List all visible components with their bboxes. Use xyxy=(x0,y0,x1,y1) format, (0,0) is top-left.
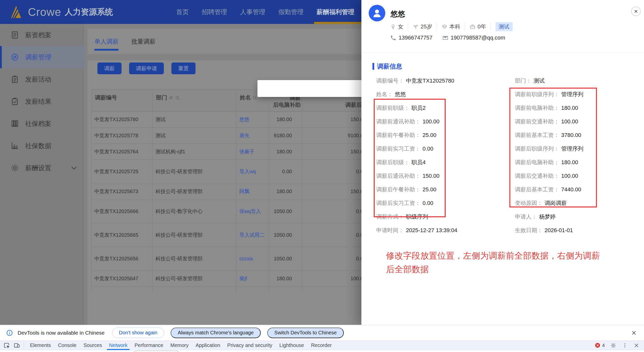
field-value: 2025-12-27 13:39:04 xyxy=(406,227,457,234)
devtools-tab-label: Performance xyxy=(135,342,164,348)
field-label: 调薪前交通补助： xyxy=(515,118,559,125)
table-row: 中竞发TX12025647科技公司-研发管理部柴jf180.00100.00 xyxy=(91,271,385,287)
table-cell: 中竞发TX12025604 xyxy=(91,287,153,292)
employee-link[interactable]: 导入wq xyxy=(236,160,269,184)
device-toolbar-icon[interactable] xyxy=(14,342,20,349)
field-label: 调薪编号： xyxy=(376,77,404,85)
sidebar-item[interactable]: 发薪结果 xyxy=(0,90,84,113)
devtools-tab[interactable]: Performance xyxy=(131,341,167,350)
table-row: 中竞发TX12025778测试唐先9180.009100.00 xyxy=(91,128,385,144)
kebab-menu-icon[interactable] xyxy=(622,342,628,348)
devtools-tab[interactable]: Console xyxy=(54,341,80,350)
search-icon[interactable] xyxy=(175,95,180,100)
nav-item-label: 招聘管理 xyxy=(202,8,227,16)
button-label: 调薪申请 xyxy=(136,65,157,72)
table-cell: 0.00 xyxy=(269,160,302,184)
devtools-tab[interactable]: Privacy and security xyxy=(224,341,276,350)
table-row: 中竞发TX12025673科技公司-研发管理部阿飘180.00150.00 xyxy=(91,184,385,200)
field-value: 25.00 xyxy=(423,186,436,193)
field-row: 调薪后午餐补助： 25.00 xyxy=(376,183,457,196)
infobar-message: DevTools is now available in Chinese xyxy=(18,330,105,336)
settings-gear-icon[interactable] xyxy=(610,342,616,348)
meta-text: 女 xyxy=(398,23,403,30)
sidebar-item[interactable]: 发薪活动 xyxy=(0,68,84,90)
employee-link[interactable]: 柴jf xyxy=(236,271,269,287)
field-row: 申请人： 杨梦婷 xyxy=(515,210,583,224)
sidebar-item[interactable]: 社保档案 xyxy=(0,113,84,135)
field-row: 调薪后基本工资： 7440.00 xyxy=(515,183,583,196)
sidebar-item[interactable]: 社保数据 xyxy=(0,135,84,157)
employee-link[interactable]: 导入试用二 xyxy=(236,223,269,247)
employee-link[interactable]: 张wq导入 xyxy=(236,200,269,223)
table-cell: 中竞发TX12025725 xyxy=(91,160,153,184)
devtools-tab[interactable]: Elements xyxy=(26,341,54,350)
field-row: 调薪前实习工资： 0.00 xyxy=(376,142,457,156)
section-title: 调薪信息 xyxy=(377,62,402,71)
table-cell: 科技公司-研发管理部 xyxy=(153,223,236,247)
payroll-result-icon xyxy=(11,97,19,106)
tab[interactable]: 单人调薪 xyxy=(94,29,119,54)
devtools-tab[interactable]: Memory xyxy=(167,341,192,350)
inspect-element-icon[interactable] xyxy=(4,342,10,349)
salary-adjust-icon xyxy=(11,53,19,61)
employee-link[interactable]: 阿飘 xyxy=(236,184,269,200)
table-cell: 中竞发TX12025656 xyxy=(91,247,153,271)
field-value: 100.00 xyxy=(561,118,578,125)
nav-item-label: 人事管理 xyxy=(240,8,265,16)
devtools-tab[interactable]: Application xyxy=(192,341,224,350)
infobar-button[interactable]: Switch DevTools to Chinese xyxy=(267,328,344,338)
devtools-tab[interactable]: Recorder xyxy=(308,341,335,350)
table-row: 中竞发TX12025604科技公司-研发管理部小梨180.00100.00 xyxy=(91,287,385,292)
button-label: 重置 xyxy=(178,65,189,72)
search-icon[interactable] xyxy=(252,95,257,100)
toolbar-button[interactable]: 调薪申请 xyxy=(129,62,164,74)
employee-link[interactable]: 张麻子 xyxy=(236,144,269,160)
toolbar: 调薪 调薪申请 重置 xyxy=(97,62,196,74)
infobar-button[interactable]: Don't show again xyxy=(112,328,164,338)
sidebar-item[interactable]: 薪酬设置 xyxy=(0,157,84,179)
adjustment-table: 调薪编号部门姓名调薪后电脑补助调薪后通讯补助 中竞发TX12025780测试悠悠… xyxy=(91,89,385,292)
toolbar-button[interactable]: 重置 xyxy=(171,62,196,74)
close-button[interactable] xyxy=(631,7,641,16)
field-label: 调薪方式： xyxy=(376,213,404,221)
nav-item[interactable]: 人事管理 xyxy=(240,0,265,24)
infobar-close-icon[interactable] xyxy=(631,330,637,336)
column-header[interactable]: 部门 xyxy=(153,89,236,112)
nav-item[interactable]: 招聘管理 xyxy=(202,0,227,24)
meta-item: 25岁 xyxy=(413,22,437,31)
employee-link[interactable]: cccsix xyxy=(236,247,269,271)
devtools-tab[interactable]: Sources xyxy=(80,341,105,350)
sidebar-item-label: 薪酬设置 xyxy=(25,164,51,172)
sort-icon[interactable] xyxy=(168,95,174,100)
field-label: 生效日期： xyxy=(515,227,543,234)
close-icon xyxy=(634,9,638,14)
devtools-tab[interactable]: Network xyxy=(105,341,131,350)
tab[interactable]: 批量调薪 xyxy=(131,29,156,54)
nav-item-label: 薪酬福利管理 xyxy=(317,8,354,16)
network-filter-input[interactable] xyxy=(133,351,179,352)
contact-item: 13966747757 xyxy=(390,34,433,41)
field-value: 调岗调薪 xyxy=(545,199,567,207)
table-cell: 科技公司-研发管理部 xyxy=(153,160,236,184)
nav-item[interactable]: 假勤管理 xyxy=(278,0,304,24)
contact-text: 1907798587@qq.com xyxy=(451,34,505,41)
nav-item[interactable]: 薪酬福利管理 xyxy=(317,0,354,24)
employee-link[interactable]: 小梨 xyxy=(236,287,269,292)
sidebar-item[interactable]: 薪资档案 xyxy=(0,24,84,46)
field-value: 管理序列 xyxy=(561,91,583,98)
devtools-tab[interactable]: Lighthouse xyxy=(276,341,308,350)
field-row: 姓名： 悠悠 xyxy=(376,88,457,101)
field-row: 调薪前职级： 职员2 xyxy=(376,101,457,115)
devtools-close-icon[interactable] xyxy=(633,342,639,348)
table-row: 中竞发TX12025764测试机构-cjf1张麻子180.00150.00 xyxy=(91,144,385,160)
employee-link[interactable]: 悠悠 xyxy=(236,112,269,128)
annotation-text: 修改字段放置位置，左侧为调薪前全部数据，右侧为调薪后全部数据 xyxy=(386,249,602,276)
adjustment-table-wrap: 调薪编号部门姓名调薪后电脑补助调薪后通讯补助 中竞发TX12025780测试悠悠… xyxy=(91,89,393,292)
sidebar-item[interactable]: 调薪管理 xyxy=(0,46,84,68)
error-badge[interactable]: 4 xyxy=(595,342,605,348)
nav-item[interactable]: 首页 xyxy=(176,0,189,24)
employee-link[interactable]: 唐先 xyxy=(236,128,269,144)
infobar-button[interactable]: Always match Chrome's language xyxy=(171,328,261,338)
toolbar-button[interactable]: 调薪 xyxy=(97,62,122,74)
field-label: 调薪前通讯补助： xyxy=(376,118,421,125)
